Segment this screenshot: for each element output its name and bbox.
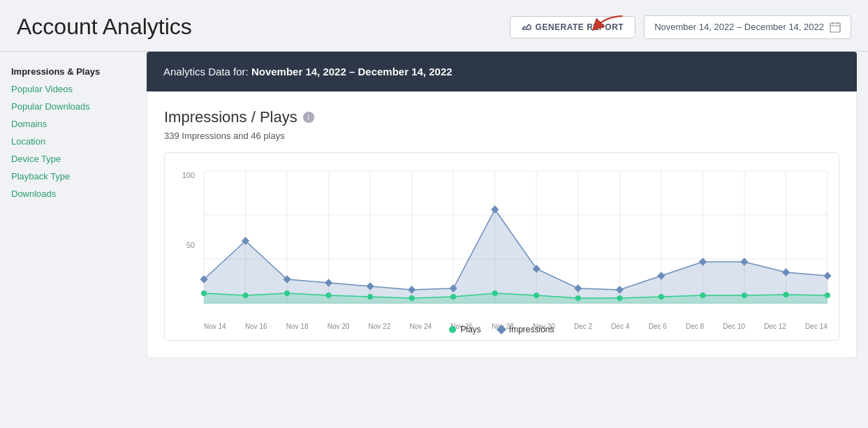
plays-legend-dot — [449, 326, 456, 333]
date-range-button[interactable]: November 14, 2022 – December 14, 2022 — [644, 15, 851, 39]
analytics-banner: Analytics Data for: November 14, 2022 – … — [147, 52, 857, 91]
legend-impressions: Impressions — [498, 325, 554, 334]
chart-legend: Plays Impressions — [165, 325, 839, 334]
svg-rect-34 — [491, 205, 499, 213]
arrow-indicator — [586, 8, 628, 38]
svg-marker-26 — [204, 209, 827, 304]
chart-icon — [522, 22, 531, 32]
sidebar-item-playback-type[interactable]: Playback Type — [11, 168, 147, 185]
y-axis: 100 50 — [176, 171, 200, 311]
page-title: Account Analytics — [17, 14, 192, 40]
calendar-icon — [830, 22, 841, 33]
chart-area: 100 50 — [176, 171, 827, 311]
sidebar-item-domains[interactable]: Domains — [11, 115, 147, 133]
main-content: Analytics Data for: November 14, 2022 – … — [147, 52, 868, 428]
chart-container: 100 50 — [164, 152, 839, 341]
svg-point-49 — [409, 295, 415, 301]
svg-point-56 — [700, 293, 705, 298]
section-title: Impressions / Plays i — [164, 108, 839, 126]
info-icon[interactable]: i — [303, 112, 314, 123]
svg-point-45 — [243, 293, 249, 298]
sidebar-item-device-type[interactable]: Device Type — [11, 150, 147, 168]
svg-point-53 — [575, 295, 581, 301]
svg-point-51 — [492, 290, 498, 296]
svg-point-44 — [201, 290, 207, 296]
svg-point-59 — [825, 293, 830, 298]
svg-point-52 — [534, 293, 539, 298]
sidebar: Impressions & Plays Popular Videos Popul… — [0, 52, 147, 428]
svg-rect-2 — [830, 23, 840, 32]
svg-point-54 — [617, 295, 622, 301]
sidebar-item-location[interactable]: Location — [11, 133, 147, 150]
content-card: Impressions / Plays i 339 Impressions an… — [147, 91, 857, 358]
sidebar-item-popular-videos[interactable]: Popular Videos — [11, 80, 147, 98]
svg-point-57 — [742, 293, 747, 298]
svg-point-50 — [450, 294, 456, 300]
chart-svg — [204, 171, 827, 304]
impressions-legend-diamond — [496, 325, 506, 334]
sidebar-item-popular-downloads[interactable]: Popular Downloads — [11, 98, 147, 115]
svg-point-58 — [783, 292, 788, 297]
svg-point-55 — [659, 294, 664, 300]
sidebar-item-downloads[interactable]: Downloads — [11, 185, 147, 202]
svg-point-47 — [326, 293, 332, 298]
stats-text: 339 Impressions and 46 plays — [164, 131, 839, 141]
legend-plays: Plays — [449, 325, 480, 334]
svg-point-46 — [284, 290, 290, 296]
sidebar-item-impressions-plays[interactable]: Impressions & Plays — [11, 63, 147, 80]
svg-point-48 — [367, 294, 373, 300]
